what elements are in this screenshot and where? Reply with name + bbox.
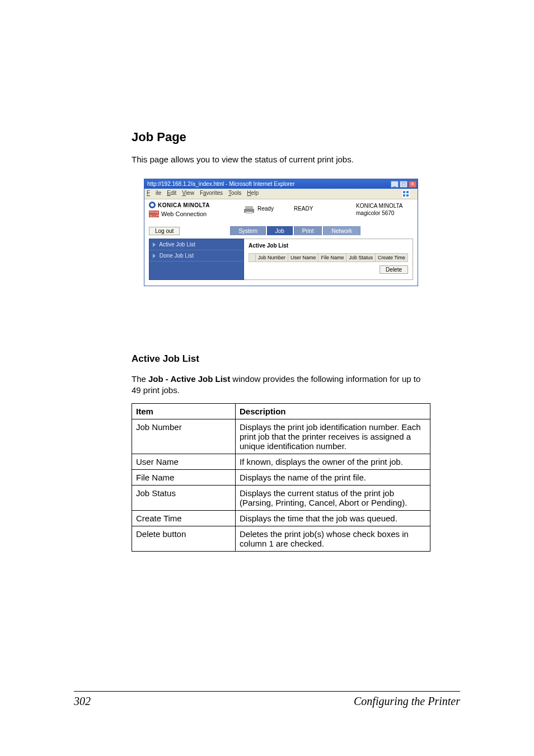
panel-title: Active Job List: [249, 242, 408, 249]
svg-rect-1: [245, 206, 253, 209]
side-panel: Active Job List Done Job List: [149, 239, 244, 280]
brand-logo: KONICA MINOLTA: [149, 202, 244, 208]
info-table: Item Description Job Number Displays the…: [132, 403, 430, 552]
sidebar-item-label: Done Job List: [160, 253, 194, 259]
status-area: Ready READY: [244, 204, 334, 214]
brand-row: KONICA MINOLTA PAGE SCOPE Web Connection…: [149, 202, 413, 217]
tab-print[interactable]: Print: [294, 226, 322, 235]
intro-pre: The: [132, 374, 148, 384]
table-row: User Name If known, displays the owner o…: [132, 454, 430, 469]
page-footer: 302 Configuring the Printer: [74, 691, 460, 708]
triangle-icon: [153, 254, 156, 258]
sidebar-item-done-job-list[interactable]: Done Job List: [149, 250, 243, 262]
close-icon[interactable]: ×: [409, 181, 416, 188]
sidebar-item-label: Active Job List: [159, 241, 195, 248]
svg-rect-3: [246, 212, 252, 214]
ie-window-title: http://192.168.1.2/a_index.html - Micros…: [146, 181, 390, 187]
tab-system[interactable]: System: [230, 226, 265, 235]
table-header-row: Job Number User Name File Name Job Statu…: [249, 254, 408, 262]
tab-network[interactable]: Network: [323, 226, 360, 235]
cell-desc: Displays the time that the job was queue…: [236, 510, 430, 526]
maximize-icon[interactable]: □: [400, 181, 407, 188]
col-file-name: File Name: [318, 254, 346, 262]
ie-window: http://192.168.1.2/a_index.html - Micros…: [144, 179, 418, 286]
table-header-row: Item Description: [132, 403, 430, 419]
col-job-number: Job Number: [255, 254, 288, 262]
ie-content: KONICA MINOLTA PAGE SCOPE Web Connection…: [144, 199, 418, 286]
table-row: Create Time Displays the time that the j…: [132, 510, 430, 526]
app-screenshot: http://192.168.1.2/a_index.html - Micros…: [144, 179, 430, 286]
content-row: Active Job List Done Job List Active Job…: [149, 239, 413, 280]
footer-title: Configuring the Printer: [354, 695, 460, 708]
col-user-name: User Name: [288, 254, 318, 262]
menu-edit[interactable]: Edit: [167, 190, 176, 198]
section-intro: The Job - Active Job List window provide…: [132, 374, 430, 396]
delete-row: Delete: [249, 262, 408, 274]
model-info: KONICA MINOLTA magicolor 5670: [334, 202, 413, 217]
menu-tools[interactable]: Tools: [228, 190, 241, 198]
cell-item: User Name: [132, 454, 236, 469]
table-row: Job Number Displays the print job identi…: [132, 419, 430, 454]
cell-item: File Name: [132, 469, 236, 485]
logout-tab-row: Log out System Job Print Network: [149, 226, 413, 235]
tab-bar: System Job Print Network: [230, 226, 362, 235]
cell-desc: Displays the name of the print file.: [236, 469, 430, 485]
model-line2: magicolor 5670: [356, 209, 413, 217]
ie-logo-icon: [402, 190, 410, 198]
delete-button[interactable]: Delete: [380, 265, 408, 274]
cell-item: Delete button: [132, 526, 236, 551]
page-number: 302: [74, 695, 91, 708]
brand-name: KONICA MINOLTA: [158, 202, 210, 208]
ie-menubar: File Edit View Favorites Tools Help: [144, 189, 418, 199]
cell-item: Create Time: [132, 510, 236, 526]
cell-desc: Displays the print job identification nu…: [236, 419, 430, 454]
menu-view[interactable]: View: [182, 190, 194, 198]
minimize-icon[interactable]: _: [391, 181, 399, 188]
page-heading: Job Page: [132, 130, 430, 144]
menu-help[interactable]: Help: [247, 190, 259, 198]
km-circle-icon: [149, 202, 156, 208]
table-row: File Name Displays the name of the print…: [132, 469, 430, 485]
th-description: Description: [236, 403, 430, 419]
page: Job Page This page allows you to view th…: [0, 0, 534, 756]
status-ready-big: READY: [294, 206, 313, 212]
brand-left: KONICA MINOLTA PAGE SCOPE Web Connection: [149, 202, 244, 217]
table-row: Job Status Displays the current status o…: [132, 485, 430, 510]
tab-job[interactable]: Job: [267, 226, 293, 235]
col-job-status: Job Status: [346, 254, 376, 262]
web-connection-label: PAGE SCOPE Web Connection: [149, 211, 244, 217]
menu-favorites[interactable]: Favorites: [200, 190, 223, 198]
cell-desc: If known, displays the owner of the prin…: [236, 454, 430, 469]
cell-desc: Displays the current status of the print…: [236, 485, 430, 510]
logout-button[interactable]: Log out: [149, 227, 180, 235]
main-panel: Active Job List Job Number User Name Fil…: [244, 239, 413, 280]
cell-item: Job Status: [132, 485, 236, 510]
th-item: Item: [132, 403, 236, 419]
sidebar-item-active-job-list[interactable]: Active Job List: [149, 239, 243, 250]
cell-item: Job Number: [132, 419, 236, 454]
pagescope-icon: PAGE SCOPE: [149, 211, 159, 217]
table-row: Delete button Deletes the print job(s) w…: [132, 526, 430, 551]
col-create-time: Create Time: [375, 254, 407, 262]
col-checkbox: [249, 254, 256, 262]
cell-desc: Deletes the print job(s) whose check box…: [236, 526, 430, 551]
model-line1: KONICA MINOLTA: [356, 202, 413, 209]
status-texts: Ready: [257, 206, 274, 212]
triangle-icon: [153, 242, 156, 247]
status-ready-small: Ready: [257, 206, 274, 212]
job-table: Job Number User Name File Name Job Statu…: [249, 253, 408, 262]
menu-file[interactable]: File: [147, 190, 161, 198]
printer-icon: [244, 206, 254, 214]
web-connection-text: Web Connection: [161, 211, 207, 217]
ie-titlebar: http://192.168.1.2/a_index.html - Micros…: [144, 179, 418, 189]
section-heading: Active Job List: [132, 353, 430, 365]
intro-paragraph: This page allows you to view the status …: [132, 155, 430, 164]
intro-bold: Job - Active Job List: [148, 374, 230, 384]
